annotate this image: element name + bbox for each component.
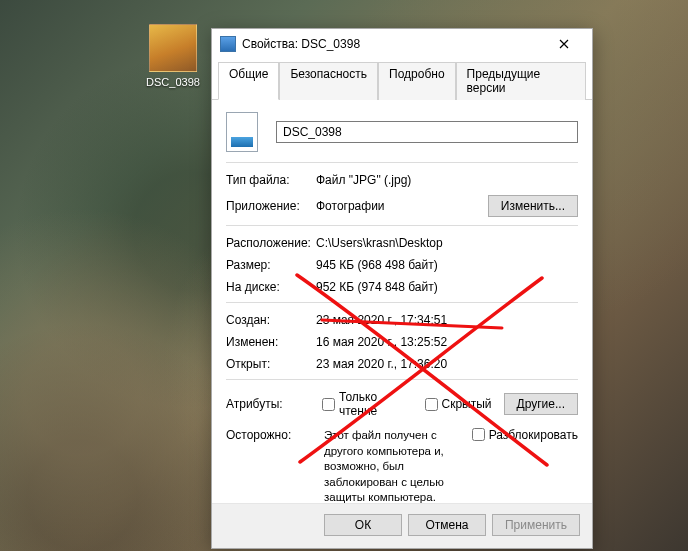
security-text: Этот файл получен с другого компьютера и… xyxy=(324,428,464,503)
tab-security[interactable]: Безопасность xyxy=(279,62,378,100)
hidden-input[interactable] xyxy=(425,398,438,411)
value-modified: 16 мая 2020 г., 13:25:52 xyxy=(316,335,578,349)
cancel-button[interactable]: Отмена xyxy=(408,514,486,536)
label-cautious: Осторожно: xyxy=(226,428,316,503)
label-attributes: Атрибуты: xyxy=(226,397,316,411)
titlebar[interactable]: Свойства: DSC_0398 xyxy=(212,29,592,59)
separator xyxy=(226,302,578,303)
value-location: C:\Users\krasn\Desktop xyxy=(316,236,578,250)
label-accessed: Открыт: xyxy=(226,357,316,371)
unblock-input[interactable] xyxy=(472,428,485,441)
desktop: DSC_0398 Свойства: DSC_0398 Общие Безопа… xyxy=(0,0,688,551)
value-filetype: Файл "JPG" (.jpg) xyxy=(316,173,578,187)
dialog-title: Свойства: DSC_0398 xyxy=(242,37,542,51)
separator xyxy=(226,225,578,226)
filetype-icon xyxy=(226,112,258,152)
separator xyxy=(226,162,578,163)
unblock-label: Разблокировать xyxy=(489,428,578,442)
tab-previous[interactable]: Предыдущие версии xyxy=(456,62,586,100)
value-app: Фотографии xyxy=(316,199,385,213)
tab-details[interactable]: Подробно xyxy=(378,62,456,100)
value-ondisk: 952 КБ (974 848 байт) xyxy=(316,280,578,294)
readonly-input[interactable] xyxy=(322,398,335,411)
tab-general[interactable]: Общие xyxy=(218,62,279,100)
filename-input[interactable] xyxy=(276,121,578,143)
label-size: Размер: xyxy=(226,258,316,272)
readonly-label: Только чтение xyxy=(339,390,407,418)
file-thumbnail xyxy=(149,24,197,72)
value-size: 945 КБ (968 498 байт) xyxy=(316,258,578,272)
readonly-checkbox[interactable]: Только чтение xyxy=(322,390,407,418)
label-ondisk: На диске: xyxy=(226,280,316,294)
dialog-footer: ОК Отмена Применить xyxy=(212,503,592,548)
label-created: Создан: xyxy=(226,313,316,327)
hidden-label: Скрытый xyxy=(442,397,492,411)
unblock-checkbox[interactable]: Разблокировать xyxy=(472,428,578,503)
label-modified: Изменен: xyxy=(226,335,316,349)
titlebar-icon xyxy=(220,36,236,52)
value-accessed: 23 мая 2020 г., 17:36:20 xyxy=(316,357,578,371)
desktop-file-icon[interactable]: DSC_0398 xyxy=(138,24,208,88)
label-filetype: Тип файла: xyxy=(226,173,316,187)
change-app-button[interactable]: Изменить... xyxy=(488,195,578,217)
general-panel: Тип файла: Файл "JPG" (.jpg) Приложение:… xyxy=(212,100,592,503)
value-created: 23 мая 2020 г., 17:34:51 xyxy=(316,313,578,327)
other-attributes-button[interactable]: Другие... xyxy=(504,393,578,415)
properties-dialog: Свойства: DSC_0398 Общие Безопасность По… xyxy=(211,28,593,549)
close-button[interactable] xyxy=(542,30,586,58)
separator xyxy=(226,379,578,380)
hidden-checkbox[interactable]: Скрытый xyxy=(425,397,492,411)
label-app: Приложение: xyxy=(226,199,316,213)
ok-button[interactable]: ОК xyxy=(324,514,402,536)
label-location: Расположение: xyxy=(226,236,316,250)
close-icon xyxy=(559,39,569,49)
file-label: DSC_0398 xyxy=(138,76,208,88)
apply-button[interactable]: Применить xyxy=(492,514,580,536)
tabstrip: Общие Безопасность Подробно Предыдущие в… xyxy=(212,61,592,100)
